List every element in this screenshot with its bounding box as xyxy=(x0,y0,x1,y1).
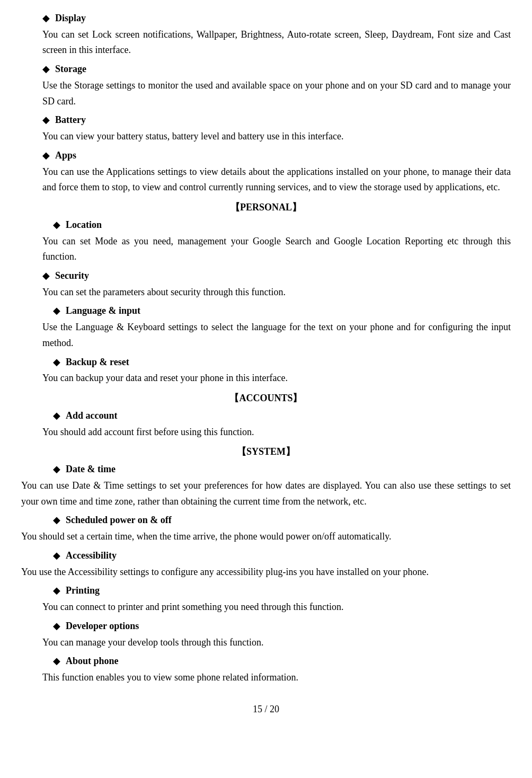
heading-label-developer-options: Developer options xyxy=(66,618,139,634)
diamond-icon-about-phone: ◆ xyxy=(53,653,60,669)
section-battery: ◆ Battery You can view your battery stat… xyxy=(21,112,511,144)
heading-label-backup: Backup & reset xyxy=(66,355,129,370)
body-language: Use the Language & Keyboard settings to … xyxy=(42,320,511,351)
heading-label-language: Language & input xyxy=(66,303,140,319)
category-personal: 【PERSONAL】 xyxy=(21,200,511,215)
heading-date-time: ◆ Date & time xyxy=(53,462,511,477)
heading-label-add-account: Add account xyxy=(66,408,118,423)
body-accessibility: You use the Accessibility settings to co… xyxy=(21,564,511,580)
heading-location: ◆ Location xyxy=(53,217,511,233)
heading-scheduled-power: ◆ Scheduled power on & off xyxy=(53,512,511,528)
body-about-phone: This function enables you to view some p… xyxy=(42,670,511,686)
page-content: ◆ Display You can set Lock screen notifi… xyxy=(21,11,511,717)
section-storage: ◆ Storage Use the Storage settings to mo… xyxy=(21,61,511,109)
section-developer-options: ◆ Developer options You can manage your … xyxy=(21,618,511,650)
diamond-icon-accessibility: ◆ xyxy=(53,548,60,563)
section-date-time: ◆ Date & time You can use Date & Time se… xyxy=(21,462,511,509)
heading-label-storage: Storage xyxy=(55,61,86,77)
body-backup: You can backup your data and reset your … xyxy=(42,370,511,386)
heading-developer-options: ◆ Developer options xyxy=(53,618,511,634)
body-location: You can set Mode as you need, management… xyxy=(42,234,511,265)
page-number: 15 / 20 xyxy=(21,702,511,717)
diamond-icon-battery: ◆ xyxy=(42,112,50,128)
heading-accessibility: ◆ Accessibility xyxy=(53,548,511,563)
body-storage: Use the Storage settings to monitor the … xyxy=(42,78,511,109)
heading-label-security: Security xyxy=(55,268,89,284)
diamond-icon-scheduled-power: ◆ xyxy=(53,512,60,528)
body-add-account: You should add account first before usin… xyxy=(42,425,511,440)
section-add-account: ◆ Add account You should add account fir… xyxy=(21,408,511,440)
heading-apps: ◆ Apps xyxy=(42,148,511,163)
diamond-icon-display: ◆ xyxy=(42,11,50,26)
body-developer-options: You can manage your develop tools throug… xyxy=(42,635,511,651)
category-accounts: 【ACCOUNTS】 xyxy=(21,391,511,406)
heading-label-apps: Apps xyxy=(55,148,76,163)
heading-security: ◆ Security xyxy=(42,268,511,284)
heading-add-account: ◆ Add account xyxy=(53,408,511,423)
heading-label-location: Location xyxy=(66,217,102,233)
section-display: ◆ Display You can set Lock screen notifi… xyxy=(21,11,511,58)
heading-label-battery: Battery xyxy=(55,112,86,128)
section-scheduled-power: ◆ Scheduled power on & off You should se… xyxy=(21,512,511,544)
diamond-icon-security: ◆ xyxy=(42,268,50,284)
diamond-icon-location: ◆ xyxy=(53,217,60,233)
heading-label-about-phone: About phone xyxy=(66,653,119,669)
body-display: You can set Lock screen notifications, W… xyxy=(42,27,511,58)
body-security: You can set the parameters about securit… xyxy=(42,285,511,300)
diamond-icon-add-account: ◆ xyxy=(53,408,60,423)
diamond-icon-storage: ◆ xyxy=(42,61,50,77)
heading-language: ◆ Language & input xyxy=(53,303,511,319)
diamond-icon-apps: ◆ xyxy=(42,148,50,163)
diamond-icon-developer-options: ◆ xyxy=(53,618,60,634)
diamond-icon-date-time: ◆ xyxy=(53,462,60,477)
heading-about-phone: ◆ About phone xyxy=(53,653,511,669)
diamond-icon-backup: ◆ xyxy=(53,355,60,370)
body-printing: You can connect to printer and print som… xyxy=(42,599,511,615)
heading-label-scheduled-power: Scheduled power on & off xyxy=(66,512,172,528)
section-location: ◆ Location You can set Mode as you need,… xyxy=(21,217,511,265)
section-apps: ◆ Apps You can use the Applications sett… xyxy=(21,148,511,196)
body-date-time: You can use Date & Time settings to set … xyxy=(21,478,511,509)
heading-printing: ◆ Printing xyxy=(53,583,511,598)
heading-storage: ◆ Storage xyxy=(42,61,511,77)
diamond-icon-language: ◆ xyxy=(53,303,60,319)
heading-battery: ◆ Battery xyxy=(42,112,511,128)
body-battery: You can view your battery status, batter… xyxy=(42,129,511,145)
section-backup: ◆ Backup & reset You can backup your dat… xyxy=(21,355,511,386)
body-scheduled-power: You should set a certain time, when the … xyxy=(21,529,511,545)
diamond-icon-printing: ◆ xyxy=(53,583,60,598)
category-system: 【SYSTEM】 xyxy=(21,444,511,459)
section-printing: ◆ Printing You can connect to printer an… xyxy=(21,583,511,615)
heading-label-accessibility: Accessibility xyxy=(66,548,117,563)
heading-label-date-time: Date & time xyxy=(66,462,116,477)
heading-backup: ◆ Backup & reset xyxy=(53,355,511,370)
heading-display: ◆ Display xyxy=(42,11,511,26)
heading-label-display: Display xyxy=(55,11,86,26)
body-apps: You can use the Applications settings to… xyxy=(42,164,511,196)
section-accessibility: ◆ Accessibility You use the Accessibilit… xyxy=(21,548,511,580)
heading-label-printing: Printing xyxy=(66,583,100,598)
section-security: ◆ Security You can set the parameters ab… xyxy=(21,268,511,300)
section-language: ◆ Language & input Use the Language & Ke… xyxy=(21,303,511,351)
section-about-phone: ◆ About phone This function enables you … xyxy=(21,653,511,685)
